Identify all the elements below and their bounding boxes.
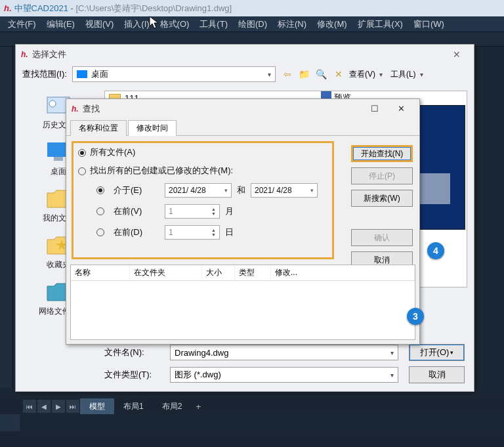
date-to[interactable]: 2021/ 4/28▾	[251, 183, 318, 198]
menu-insert[interactable]: 插入(I)	[119, 18, 154, 30]
before-days-label: 在前(D)	[114, 226, 159, 238]
filename-input[interactable]: Drawing4.dwg▾	[170, 345, 398, 360]
menu-draw[interactable]: 绘图(D)	[233, 18, 272, 30]
tab-layout2[interactable]: 布局2	[153, 398, 192, 414]
menubar: 文件(F) 编辑(E) 视图(V) 插入(I) 格式(O) 工具(T) 绘图(D…	[0, 16, 504, 32]
close-icon[interactable]: ✕	[388, 100, 414, 117]
svg-point-1	[49, 100, 56, 107]
radio-before-months[interactable]	[96, 207, 104, 215]
new-search-button[interactable]: 新搜索(W)	[351, 190, 413, 207]
command-close-icon[interactable]	[0, 414, 20, 431]
open-button[interactable]: 打开(O)▾	[409, 344, 465, 361]
delete-icon[interactable]: ✕	[332, 68, 345, 81]
search-icon[interactable]: 🔍	[315, 68, 328, 81]
tools-dropdown[interactable]: 工具(L)	[390, 69, 416, 80]
select-file-title: 选择文件	[32, 49, 66, 60]
app-title: 中望CAD2021	[14, 3, 68, 14]
menu-view[interactable]: 视图(V)	[80, 18, 119, 30]
tab-last-icon[interactable]: ⏭	[66, 400, 79, 413]
stop-button[interactable]: 停止(P)	[351, 167, 413, 184]
menu-extend[interactable]: 扩展工具(X)	[352, 18, 408, 30]
tab-modified[interactable]: 修改时间	[128, 120, 177, 136]
lookin-label: 查找范围(I):	[22, 68, 67, 80]
tab-prev-icon[interactable]: ◀	[37, 400, 51, 413]
col-modified[interactable]: 修改...	[271, 265, 415, 280]
tab-name-location[interactable]: 名称和位置	[70, 120, 127, 136]
radio-modified-files[interactable]: 找出所有的已创建或已修改的文件(M):	[78, 165, 327, 177]
months-unit: 月	[225, 205, 234, 217]
menu-file[interactable]: 文件(F)	[3, 18, 41, 30]
months-spinner[interactable]: 1▲▼	[165, 204, 220, 219]
svg-rect-3	[54, 157, 63, 161]
menu-format[interactable]: 格式(O)	[155, 18, 195, 30]
find-dialog: h. 查找 ☐ ✕ 名称和位置 修改时间 所有文件(A) 找出所有的已创建或已修…	[66, 98, 420, 345]
find-title: 查找	[83, 103, 100, 115]
days-spinner[interactable]: 1▲▼	[165, 225, 220, 240]
col-type[interactable]: 类型	[235, 265, 271, 280]
menu-window[interactable]: 窗口(W)	[408, 18, 450, 30]
view-dropdown[interactable]: 查看(V)	[349, 69, 375, 80]
desktop-icon	[77, 70, 87, 78]
cancel-button[interactable]: 取消	[409, 366, 465, 383]
close-icon[interactable]: ✕	[445, 47, 469, 62]
layout-tabs: ⏮ ◀ ▶ ⏭ 模型 布局1 布局2 +	[0, 398, 504, 414]
col-size[interactable]: 大小	[202, 265, 235, 280]
radio-before-days[interactable]	[96, 228, 104, 236]
back-icon[interactable]: ⇦	[281, 68, 294, 81]
app-logo-icon: h.	[4, 3, 12, 13]
ok-button[interactable]: 确认	[351, 229, 413, 246]
lookin-combo[interactable]: 桌面 ▾	[72, 66, 276, 82]
tab-model[interactable]: 模型	[80, 398, 114, 414]
select-file-titlebar[interactable]: h. 选择文件 ✕	[16, 45, 474, 64]
left-toolbar-1	[0, 47, 13, 388]
date-from[interactable]: 2021/ 4/28▾	[165, 183, 232, 198]
before-months-label: 在前(V)	[114, 205, 159, 217]
find-tabs: 名称和位置 修改时间	[66, 119, 419, 136]
between-label: 介于(E)	[114, 184, 159, 196]
tab-add-icon[interactable]: +	[191, 402, 205, 412]
days-unit: 日	[225, 226, 234, 238]
radio-all-files[interactable]: 所有文件(A)	[78, 146, 327, 158]
find-titlebar[interactable]: h. 查找 ☐ ✕	[66, 99, 419, 119]
tab-first-icon[interactable]: ⏮	[23, 400, 36, 413]
filename-label: 文件名(N):	[104, 347, 163, 358]
col-folder[interactable]: 在文件夹	[130, 265, 202, 280]
menu-tools[interactable]: 工具(T)	[194, 18, 233, 30]
maximize-icon[interactable]: ☐	[362, 100, 388, 117]
lookin-value: 桌面	[91, 68, 108, 80]
filetype-label: 文件类型(T):	[104, 369, 163, 381]
menu-edit[interactable]: 编辑(E)	[41, 18, 80, 30]
results-list[interactable]: 名称 在文件夹 大小 类型 修改...	[70, 265, 415, 340]
app-titlebar: h. 中望CAD2021 - [C:\Users\姜靖宇\Desktop\Dra…	[0, 0, 504, 16]
col-name[interactable]: 名称	[71, 265, 130, 280]
and-label: 和	[237, 184, 245, 196]
step-badge-3: 3	[407, 308, 424, 325]
start-search-button[interactable]: 开始查找(N)	[351, 145, 413, 162]
dialog-logo-icon: h.	[21, 50, 28, 59]
up-icon[interactable]: 📁	[298, 68, 311, 81]
step-badge-4: 4	[427, 242, 444, 259]
dialog-logo-icon: h.	[72, 104, 79, 114]
doc-path: [C:\Users\姜靖宇\Desktop\Drawing1.dwg]	[76, 3, 232, 14]
tab-layout1[interactable]: 布局1	[114, 398, 153, 414]
chevron-down-icon: ▾	[268, 71, 271, 78]
status-bar	[0, 431, 504, 447]
radio-between[interactable]	[96, 186, 104, 194]
filetype-combo[interactable]: 图形 (*.dwg)▾	[170, 367, 398, 383]
menu-dimension[interactable]: 标注(N)	[272, 18, 312, 30]
tab-next-icon[interactable]: ▶	[52, 400, 65, 413]
menu-modify[interactable]: 修改(M)	[312, 18, 352, 30]
